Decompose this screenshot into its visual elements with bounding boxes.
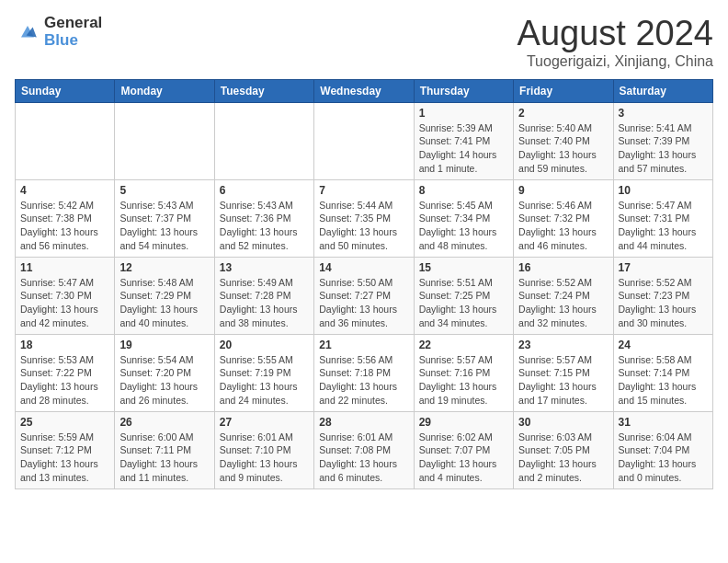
day-number: 25 — [20, 416, 109, 429]
day-info: Sunrise: 5:55 AM Sunset: 7:19 PM Dayligh… — [220, 353, 309, 408]
day-info: Sunrise: 5:52 AM Sunset: 7:24 PM Dayligh… — [518, 276, 608, 330]
calendar-week-3: 18Sunrise: 5:53 AM Sunset: 7:22 PM Dayli… — [16, 334, 713, 411]
day-number: 22 — [419, 339, 508, 351]
calendar-cell: 23Sunrise: 5:57 AM Sunset: 7:15 PM Dayli… — [514, 334, 613, 411]
calendar-cell: 7Sunrise: 5:44 AM Sunset: 7:35 PM Daylig… — [314, 179, 414, 257]
logo-icon — [15, 19, 40, 45]
calendar-cell: 17Sunrise: 5:52 AM Sunset: 7:23 PM Dayli… — [613, 257, 712, 334]
day-number: 11 — [20, 261, 109, 274]
cell-content: 12Sunrise: 5:48 AM Sunset: 7:29 PM Dayli… — [119, 261, 209, 330]
calendar-week-1: 4Sunrise: 5:42 AM Sunset: 7:38 PM Daylig… — [16, 179, 713, 257]
cell-content: 3Sunrise: 5:41 AM Sunset: 7:39 PM Daylig… — [619, 107, 708, 176]
day-info: Sunrise: 5:44 AM Sunset: 7:35 PM Dayligh… — [319, 199, 408, 253]
day-info: Sunrise: 6:01 AM Sunset: 7:10 PM Dayligh… — [220, 431, 309, 485]
cell-content: 6Sunrise: 5:43 AM Sunset: 7:36 PM Daylig… — [220, 184, 309, 253]
day-info: Sunrise: 5:47 AM Sunset: 7:31 PM Dayligh… — [619, 199, 708, 253]
weekday-header-monday: Monday — [115, 79, 214, 102]
calendar-cell — [16, 102, 115, 179]
day-info: Sunrise: 5:53 AM Sunset: 7:22 PM Dayligh… — [20, 353, 109, 408]
day-info: Sunrise: 5:58 AM Sunset: 7:14 PM Dayligh… — [619, 353, 708, 408]
calendar-cell: 15Sunrise: 5:51 AM Sunset: 7:25 PM Dayli… — [414, 257, 513, 334]
day-info: Sunrise: 5:40 AM Sunset: 7:40 PM Dayligh… — [518, 121, 608, 176]
cell-content: 9Sunrise: 5:46 AM Sunset: 7:32 PM Daylig… — [518, 184, 608, 253]
calendar-header: SundayMondayTuesdayWednesdayThursdayFrid… — [16, 79, 713, 102]
day-number: 17 — [619, 261, 708, 274]
calendar-cell: 5Sunrise: 5:43 AM Sunset: 7:37 PM Daylig… — [115, 179, 214, 257]
cell-content: 27Sunrise: 6:01 AM Sunset: 7:10 PM Dayli… — [220, 416, 309, 485]
cell-content: 26Sunrise: 6:00 AM Sunset: 7:11 PM Dayli… — [119, 416, 209, 485]
title-block: August 2024 Tuogerigaizi, Xinjiang, Chin… — [518, 15, 713, 70]
cell-content: 21Sunrise: 5:56 AM Sunset: 7:18 PM Dayli… — [319, 339, 408, 408]
day-number: 31 — [619, 416, 708, 429]
calendar-cell: 10Sunrise: 5:47 AM Sunset: 7:31 PM Dayli… — [613, 179, 712, 257]
calendar-cell: 8Sunrise: 5:45 AM Sunset: 7:34 PM Daylig… — [414, 179, 513, 257]
calendar-cell: 30Sunrise: 6:03 AM Sunset: 7:05 PM Dayli… — [514, 411, 613, 488]
calendar-cell: 14Sunrise: 5:50 AM Sunset: 7:27 PM Dayli… — [314, 257, 414, 334]
day-number: 8 — [419, 184, 508, 197]
day-number: 16 — [518, 261, 608, 274]
cell-content: 24Sunrise: 5:58 AM Sunset: 7:14 PM Dayli… — [619, 339, 708, 408]
cell-content: 13Sunrise: 5:49 AM Sunset: 7:28 PM Dayli… — [220, 261, 309, 330]
cell-content: 18Sunrise: 5:53 AM Sunset: 7:22 PM Dayli… — [20, 339, 109, 408]
cell-content: 23Sunrise: 5:57 AM Sunset: 7:15 PM Dayli… — [518, 339, 608, 408]
day-number: 13 — [220, 261, 309, 274]
day-info: Sunrise: 5:56 AM Sunset: 7:18 PM Dayligh… — [319, 353, 408, 408]
calendar-body: 1Sunrise: 5:39 AM Sunset: 7:41 PM Daylig… — [16, 102, 713, 488]
day-number: 26 — [119, 416, 209, 429]
cell-content: 4Sunrise: 5:42 AM Sunset: 7:38 PM Daylig… — [20, 184, 109, 253]
day-info: Sunrise: 5:46 AM Sunset: 7:32 PM Dayligh… — [518, 199, 608, 253]
cell-content: 30Sunrise: 6:03 AM Sunset: 7:05 PM Dayli… — [518, 416, 608, 485]
calendar-cell: 25Sunrise: 5:59 AM Sunset: 7:12 PM Dayli… — [16, 411, 115, 488]
calendar-cell: 21Sunrise: 5:56 AM Sunset: 7:18 PM Dayli… — [314, 334, 414, 411]
calendar-table: SundayMondayTuesdayWednesdayThursdayFrid… — [15, 79, 713, 489]
day-number: 2 — [518, 107, 608, 120]
calendar-cell — [314, 102, 414, 179]
calendar-week-0: 1Sunrise: 5:39 AM Sunset: 7:41 PM Daylig… — [16, 102, 713, 179]
weekday-header-thursday: Thursday — [414, 79, 513, 102]
calendar-cell: 18Sunrise: 5:53 AM Sunset: 7:22 PM Dayli… — [16, 334, 115, 411]
calendar-cell: 1Sunrise: 5:39 AM Sunset: 7:41 PM Daylig… — [414, 102, 513, 179]
day-info: Sunrise: 5:47 AM Sunset: 7:30 PM Dayligh… — [20, 276, 109, 330]
calendar-cell: 26Sunrise: 6:00 AM Sunset: 7:11 PM Dayli… — [115, 411, 214, 488]
weekday-header-wednesday: Wednesday — [314, 79, 414, 102]
day-number: 15 — [419, 261, 508, 274]
weekday-header-saturday: Saturday — [613, 79, 712, 102]
day-number: 24 — [619, 339, 708, 351]
day-info: Sunrise: 5:41 AM Sunset: 7:39 PM Dayligh… — [619, 121, 708, 176]
day-number: 21 — [319, 339, 408, 351]
calendar-cell: 19Sunrise: 5:54 AM Sunset: 7:20 PM Dayli… — [115, 334, 214, 411]
calendar-cell: 20Sunrise: 5:55 AM Sunset: 7:19 PM Dayli… — [214, 334, 313, 411]
day-info: Sunrise: 5:59 AM Sunset: 7:12 PM Dayligh… — [20, 431, 109, 485]
day-info: Sunrise: 5:45 AM Sunset: 7:34 PM Dayligh… — [419, 199, 508, 253]
cell-content: 10Sunrise: 5:47 AM Sunset: 7:31 PM Dayli… — [619, 184, 708, 253]
day-info: Sunrise: 6:03 AM Sunset: 7:05 PM Dayligh… — [518, 431, 608, 485]
calendar-cell: 4Sunrise: 5:42 AM Sunset: 7:38 PM Daylig… — [16, 179, 115, 257]
cell-content: 20Sunrise: 5:55 AM Sunset: 7:19 PM Dayli… — [220, 339, 309, 408]
calendar-cell: 11Sunrise: 5:47 AM Sunset: 7:30 PM Dayli… — [16, 257, 115, 334]
day-number: 30 — [518, 416, 608, 429]
cell-content: 15Sunrise: 5:51 AM Sunset: 7:25 PM Dayli… — [419, 261, 508, 330]
weekday-header-row: SundayMondayTuesdayWednesdayThursdayFrid… — [16, 79, 713, 102]
cell-content: 2Sunrise: 5:40 AM Sunset: 7:40 PM Daylig… — [518, 107, 608, 176]
day-info: Sunrise: 5:52 AM Sunset: 7:23 PM Dayligh… — [619, 276, 708, 330]
calendar-cell: 3Sunrise: 5:41 AM Sunset: 7:39 PM Daylig… — [613, 102, 712, 179]
day-number: 29 — [419, 416, 508, 429]
calendar-cell: 22Sunrise: 5:57 AM Sunset: 7:16 PM Dayli… — [414, 334, 513, 411]
calendar-cell: 28Sunrise: 6:01 AM Sunset: 7:08 PM Dayli… — [314, 411, 414, 488]
cell-content: 25Sunrise: 5:59 AM Sunset: 7:12 PM Dayli… — [20, 416, 109, 485]
logo-line1: General — [44, 15, 102, 32]
cell-content: 19Sunrise: 5:54 AM Sunset: 7:20 PM Dayli… — [119, 339, 209, 408]
day-number: 5 — [119, 184, 209, 197]
day-number: 9 — [518, 184, 608, 197]
day-number: 18 — [20, 339, 109, 351]
calendar-cell: 2Sunrise: 5:40 AM Sunset: 7:40 PM Daylig… — [514, 102, 613, 179]
day-number: 4 — [20, 184, 109, 197]
calendar-cell: 27Sunrise: 6:01 AM Sunset: 7:10 PM Dayli… — [214, 411, 313, 488]
calendar-cell — [214, 102, 313, 179]
cell-content: 17Sunrise: 5:52 AM Sunset: 7:23 PM Dayli… — [619, 261, 708, 330]
day-info: Sunrise: 5:42 AM Sunset: 7:38 PM Dayligh… — [20, 199, 109, 253]
logo-line2: Blue — [44, 32, 102, 50]
day-number: 7 — [319, 184, 408, 197]
day-number: 1 — [419, 107, 508, 120]
page-header: General Blue August 2024 Tuogerigaizi, X… — [15, 15, 713, 70]
